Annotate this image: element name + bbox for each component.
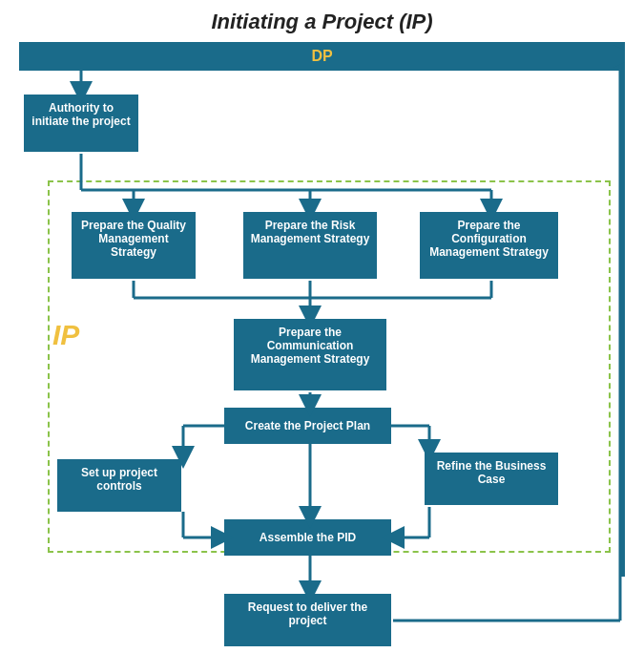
- project-plan-box: Create the Project Plan: [224, 408, 391, 444]
- configuration-box: Prepare the Configuration Management Str…: [420, 212, 558, 279]
- page-title: Initiating a Project (IP): [19, 10, 625, 34]
- setup-box: Set up project controls: [57, 459, 181, 512]
- risk-box: Prepare the Risk Management Strategy: [243, 212, 377, 279]
- dp-bar: DP: [19, 42, 625, 71]
- communication-box: Prepare the Communication Management Str…: [234, 319, 386, 390]
- authority-box: Authority to initiate the project: [24, 95, 138, 152]
- page: Initiating a Project (IP) DP Authority t…: [0, 0, 644, 653]
- refine-box: Refine the Business Case: [425, 453, 558, 505]
- dp-right-line: [620, 42, 625, 577]
- dp-label: DP: [311, 48, 332, 65]
- quality-box: Prepare the Quality Management Strategy: [72, 212, 196, 279]
- assemble-box: Assemble the PID: [224, 519, 391, 556]
- request-box: Request to deliver the project: [224, 594, 391, 646]
- ip-label: IP: [52, 319, 79, 351]
